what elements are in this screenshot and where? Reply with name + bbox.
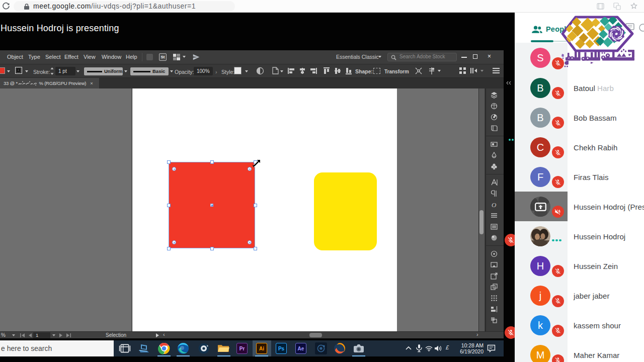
svg-text:O: O <box>492 201 497 208</box>
